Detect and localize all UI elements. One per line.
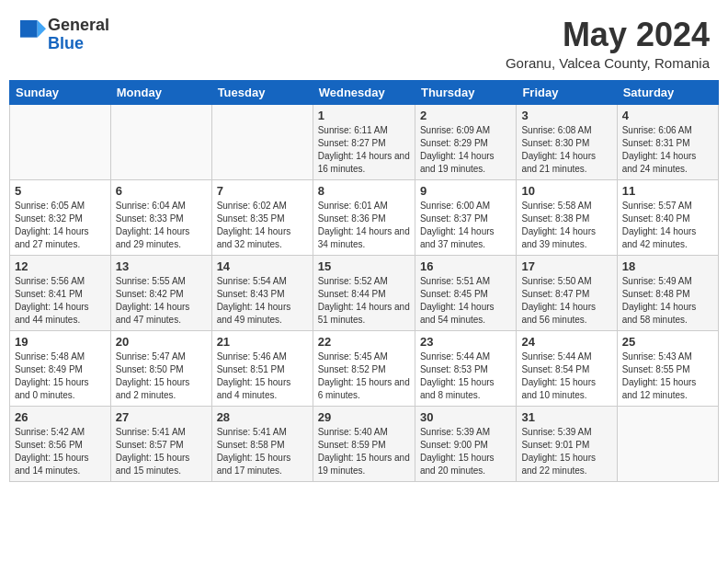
day-number: 22 — [318, 335, 410, 349]
weekday-header-sunday: Sunday — [10, 80, 111, 104]
day-info: Sunrise: 5:44 AM Sunset: 8:53 PM Dayligh… — [420, 350, 511, 402]
day-number: 2 — [420, 109, 511, 122]
day-number: 25 — [622, 335, 713, 349]
day-number: 24 — [521, 335, 611, 349]
logo: General Blue — [18, 17, 109, 53]
calendar-day-27: 27Sunrise: 5:41 AM Sunset: 8:57 PM Dayli… — [110, 406, 211, 481]
day-number: 27 — [116, 410, 207, 424]
weekday-header-wednesday: Wednesday — [313, 80, 415, 104]
calendar-day-2: 2Sunrise: 6:09 AM Sunset: 8:29 PM Daylig… — [415, 104, 516, 179]
day-info: Sunrise: 5:39 AM Sunset: 9:01 PM Dayligh… — [521, 426, 611, 477]
day-info: Sunrise: 5:39 AM Sunset: 9:00 PM Dayligh… — [420, 426, 511, 477]
day-info: Sunrise: 6:01 AM Sunset: 8:36 PM Dayligh… — [318, 200, 410, 251]
calendar-empty-cell — [211, 104, 313, 179]
day-info: Sunrise: 5:44 AM Sunset: 8:54 PM Dayligh… — [521, 350, 611, 402]
day-number: 13 — [116, 259, 207, 273]
day-info: Sunrise: 6:04 AM Sunset: 8:33 PM Dayligh… — [116, 200, 207, 251]
logo-general-text: General — [48, 16, 109, 34]
day-info: Sunrise: 5:54 AM Sunset: 8:43 PM Dayligh… — [217, 275, 308, 327]
calendar-day-20: 20Sunrise: 5:47 AM Sunset: 8:50 PM Dayli… — [110, 330, 211, 406]
day-info: Sunrise: 5:58 AM Sunset: 8:38 PM Dayligh… — [521, 200, 611, 251]
day-number: 26 — [15, 410, 106, 424]
calendar-day-25: 25Sunrise: 5:43 AM Sunset: 8:55 PM Dayli… — [617, 330, 718, 406]
calendar-empty-cell — [10, 104, 111, 179]
calendar-day-28: 28Sunrise: 5:41 AM Sunset: 8:58 PM Dayli… — [211, 406, 313, 481]
calendar-day-1: 1Sunrise: 6:11 AM Sunset: 8:27 PM Daylig… — [313, 104, 415, 179]
day-info: Sunrise: 6:09 AM Sunset: 8:29 PM Dayligh… — [420, 124, 511, 176]
day-number: 9 — [420, 184, 511, 198]
day-number: 23 — [420, 335, 511, 349]
title-block: May 2024 Goranu, Valcea County, Romania — [506, 17, 710, 71]
calendar-table: SundayMondayTuesdayWednesdayThursdayFrid… — [9, 80, 719, 482]
calendar-day-26: 26Sunrise: 5:42 AM Sunset: 8:56 PM Dayli… — [10, 406, 111, 481]
day-number: 7 — [217, 184, 308, 198]
calendar-day-12: 12Sunrise: 5:56 AM Sunset: 8:41 PM Dayli… — [10, 255, 111, 330]
day-info: Sunrise: 5:50 AM Sunset: 8:47 PM Dayligh… — [521, 275, 611, 327]
day-number: 20 — [116, 335, 207, 349]
calendar-empty-cell — [617, 406, 718, 481]
calendar-day-31: 31Sunrise: 5:39 AM Sunset: 9:01 PM Dayli… — [517, 406, 617, 481]
day-number: 8 — [318, 184, 410, 198]
calendar-day-30: 30Sunrise: 5:39 AM Sunset: 9:00 PM Dayli… — [415, 406, 516, 481]
day-info: Sunrise: 5:43 AM Sunset: 8:55 PM Dayligh… — [622, 350, 713, 402]
day-number: 19 — [15, 335, 106, 349]
day-number: 16 — [420, 259, 511, 273]
calendar-day-8: 8Sunrise: 6:01 AM Sunset: 8:36 PM Daylig… — [313, 179, 415, 255]
day-number: 21 — [217, 335, 308, 349]
day-info: Sunrise: 5:57 AM Sunset: 8:40 PM Dayligh… — [622, 200, 713, 251]
day-number: 28 — [217, 410, 308, 424]
day-info: Sunrise: 5:49 AM Sunset: 8:48 PM Dayligh… — [622, 275, 713, 327]
svg-marker-1 — [38, 20, 46, 38]
day-number: 31 — [521, 410, 611, 424]
day-number: 12 — [15, 259, 106, 273]
day-number: 14 — [217, 259, 308, 273]
day-number: 4 — [622, 109, 713, 122]
calendar-day-19: 19Sunrise: 5:48 AM Sunset: 8:49 PM Dayli… — [10, 330, 111, 406]
calendar-day-10: 10Sunrise: 5:58 AM Sunset: 8:38 PM Dayli… — [517, 179, 617, 255]
calendar-header-row: SundayMondayTuesdayWednesdayThursdayFrid… — [10, 80, 719, 104]
calendar-day-21: 21Sunrise: 5:46 AM Sunset: 8:51 PM Dayli… — [211, 330, 313, 406]
calendar-day-13: 13Sunrise: 5:55 AM Sunset: 8:42 PM Dayli… — [110, 255, 211, 330]
calendar-day-9: 9Sunrise: 6:00 AM Sunset: 8:37 PM Daylig… — [415, 179, 516, 255]
calendar-week-row: 1Sunrise: 6:11 AM Sunset: 8:27 PM Daylig… — [10, 104, 719, 179]
day-info: Sunrise: 6:00 AM Sunset: 8:37 PM Dayligh… — [420, 200, 511, 251]
day-info: Sunrise: 5:41 AM Sunset: 8:57 PM Dayligh… — [116, 426, 207, 477]
day-info: Sunrise: 5:48 AM Sunset: 8:49 PM Dayligh… — [15, 350, 106, 402]
svg-marker-0 — [20, 20, 38, 38]
calendar-day-18: 18Sunrise: 5:49 AM Sunset: 8:48 PM Dayli… — [617, 255, 718, 330]
calendar-week-row: 26Sunrise: 5:42 AM Sunset: 8:56 PM Dayli… — [10, 406, 719, 481]
day-number: 1 — [318, 109, 410, 122]
weekday-header-friday: Friday — [517, 80, 617, 104]
day-info: Sunrise: 5:56 AM Sunset: 8:41 PM Dayligh… — [15, 275, 106, 327]
day-info: Sunrise: 5:55 AM Sunset: 8:42 PM Dayligh… — [116, 275, 207, 327]
calendar-day-5: 5Sunrise: 6:05 AM Sunset: 8:32 PM Daylig… — [10, 179, 111, 255]
day-info: Sunrise: 5:40 AM Sunset: 8:59 PM Dayligh… — [318, 426, 410, 477]
calendar-week-row: 5Sunrise: 6:05 AM Sunset: 8:32 PM Daylig… — [10, 179, 719, 255]
location: Goranu, Valcea County, Romania — [506, 55, 710, 71]
day-info: Sunrise: 5:42 AM Sunset: 8:56 PM Dayligh… — [15, 426, 106, 477]
weekday-header-thursday: Thursday — [415, 80, 516, 104]
month-title: May 2024 — [506, 17, 710, 53]
day-info: Sunrise: 5:46 AM Sunset: 8:51 PM Dayligh… — [217, 350, 308, 402]
day-info: Sunrise: 6:02 AM Sunset: 8:35 PM Dayligh… — [217, 200, 308, 251]
calendar-body: 1Sunrise: 6:11 AM Sunset: 8:27 PM Daylig… — [10, 104, 719, 481]
calendar-day-4: 4Sunrise: 6:06 AM Sunset: 8:31 PM Daylig… — [617, 104, 718, 179]
calendar-day-3: 3Sunrise: 6:08 AM Sunset: 8:30 PM Daylig… — [517, 104, 617, 179]
day-number: 17 — [521, 259, 611, 273]
day-info: Sunrise: 5:47 AM Sunset: 8:50 PM Dayligh… — [116, 350, 207, 402]
calendar-day-14: 14Sunrise: 5:54 AM Sunset: 8:43 PM Dayli… — [211, 255, 313, 330]
calendar-day-16: 16Sunrise: 5:51 AM Sunset: 8:45 PM Dayli… — [415, 255, 516, 330]
calendar-empty-cell — [110, 104, 211, 179]
day-info: Sunrise: 6:06 AM Sunset: 8:31 PM Dayligh… — [622, 124, 713, 176]
calendar-day-24: 24Sunrise: 5:44 AM Sunset: 8:54 PM Dayli… — [517, 330, 617, 406]
day-number: 30 — [420, 410, 511, 424]
calendar-day-29: 29Sunrise: 5:40 AM Sunset: 8:59 PM Dayli… — [313, 406, 415, 481]
logo-icon — [20, 20, 46, 46]
weekday-header-tuesday: Tuesday — [211, 80, 313, 104]
calendar-day-17: 17Sunrise: 5:50 AM Sunset: 8:47 PM Dayli… — [517, 255, 617, 330]
weekday-header-saturday: Saturday — [617, 80, 718, 104]
day-number: 5 — [15, 184, 106, 198]
day-number: 11 — [622, 184, 713, 198]
day-info: Sunrise: 5:51 AM Sunset: 8:45 PM Dayligh… — [420, 275, 511, 327]
page-header: General Blue May 2024 Goranu, Valcea Cou… — [9, 9, 719, 75]
